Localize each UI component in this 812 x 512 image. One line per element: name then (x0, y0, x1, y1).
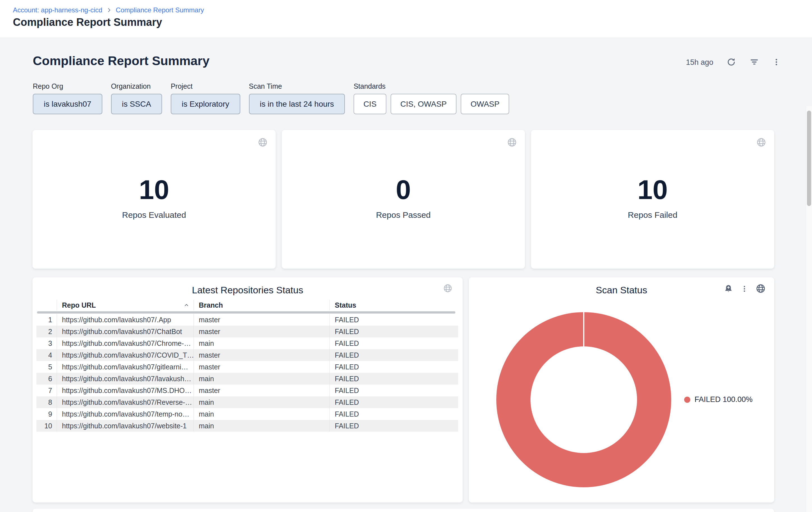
dashboard-kebab-menu-button[interactable] (772, 58, 781, 67)
status-cell: FAILED (329, 314, 458, 326)
repo-url-cell[interactable]: https://github.com/lavakush07/ChatBot (57, 326, 194, 338)
branch-cell: main (194, 420, 329, 432)
repo-url-cell[interactable]: https://github.com/lavakush07/website-1 (57, 420, 194, 432)
breadcrumb-account-link[interactable]: Account: app-harness-ng-cicd (13, 6, 102, 14)
status-cell: FAILED (329, 373, 458, 384)
row-number: 1 (36, 314, 57, 326)
repo-url-cell[interactable]: https://github.com/lavakush07/MS.DHO… (57, 384, 194, 396)
row-number: 2 (36, 326, 57, 338)
repo-url-cell[interactable]: https://github.com/lavakush07/lavakush… (57, 373, 194, 384)
repo-url-cell[interactable]: https://github.com/lavakush07/.App (57, 314, 194, 326)
filter-chip-scan-time[interactable]: is in the last 24 hours (249, 94, 345, 114)
latest-repositories-panel: Latest Repositories Status Repo URL Bran… (32, 277, 463, 503)
repo-url-cell[interactable]: https://github.com/lavakush07/gitlearni… (57, 361, 194, 373)
status-cell: FAILED (329, 408, 458, 420)
filter-chip-organization[interactable]: is SSCA (111, 94, 162, 114)
tile-value: 0 (396, 176, 411, 204)
branch-cell: master (194, 384, 329, 396)
filter-group-standards: Standards CIS CIS, OWASP OWASP (354, 83, 509, 114)
tile-value: 10 (139, 176, 169, 204)
table-body: 1 https://github.com/lavakush07/.App mas… (36, 314, 458, 432)
dashboard-meta: 15h ago (686, 56, 781, 69)
tile-label: Repos Failed (628, 210, 677, 220)
column-header-repo-url[interactable]: Repo URL (57, 300, 194, 311)
globe-icon[interactable] (507, 137, 517, 149)
filter-chip-repo-org[interactable]: is lavakush07 (33, 94, 102, 114)
globe-icon[interactable] (258, 137, 268, 149)
status-cell: FAILED (329, 384, 458, 396)
filter-bar: Repo Org is lavakush07 Organization is S… (33, 83, 509, 114)
table-row: 9 https://github.com/lavakush07/temp-no…… (36, 408, 458, 420)
page-title: Compliance Report Summary (13, 16, 162, 28)
status-cell: FAILED (329, 338, 458, 349)
tile-repos-evaluated: 10 Repos Evaluated (32, 130, 276, 269)
column-header-status[interactable]: Status (329, 300, 458, 311)
sort-asc-icon (183, 302, 190, 308)
table-horizontal-scrollbar[interactable] (36, 311, 458, 314)
scan-panel-actions (724, 284, 766, 295)
horizontal-scrollbar-thumb[interactable] (37, 311, 455, 314)
filter-chip-project[interactable]: is Exploratory (171, 94, 240, 114)
standards-option-cis-owasp[interactable]: CIS, OWASP (390, 94, 457, 114)
row-number: 3 (36, 338, 57, 349)
standards-option-owasp[interactable]: OWASP (461, 94, 509, 114)
standards-option-cis[interactable]: CIS (354, 94, 386, 114)
filter-label: Standards (354, 83, 509, 90)
vertical-scrollbar-thumb[interactable] (807, 111, 811, 206)
filter-group-project: Project is Exploratory (171, 83, 240, 114)
table-row: 8 https://github.com/lavakush07/Reverse-… (36, 396, 458, 408)
table-row: 6 https://github.com/lavakush07/lavakush… (36, 373, 458, 384)
repo-table: Repo URL Branch Status 1 https://github.… (36, 300, 458, 432)
repo-url-cell[interactable]: https://github.com/lavakush07/COVID_T… (57, 349, 194, 361)
legend-item-failed[interactable]: FAILED 100.00% (684, 395, 753, 404)
row-number: 9 (36, 408, 57, 420)
row-number: 4 (36, 349, 57, 361)
branch-cell: main (194, 408, 329, 420)
row-number: 8 (36, 396, 57, 408)
filter-label: Organization (111, 83, 162, 90)
vertical-scrollbar[interactable] (806, 106, 812, 512)
dashboard-title: Compliance Report Summary (33, 54, 209, 68)
globe-icon[interactable] (756, 137, 766, 149)
app-root: Account: app-harness-ng-cicd Compliance … (0, 0, 812, 512)
repo-url-cell[interactable]: https://github.com/lavakush07/Reverse-… (57, 396, 194, 408)
dashboard-content: Compliance Report Summary 15h ago (0, 38, 812, 512)
table-row: 10 https://github.com/lavakush07/website… (36, 420, 458, 432)
filter-icon (749, 57, 759, 68)
table-row: 4 https://github.com/lavakush07/COVID_T…… (36, 349, 458, 361)
status-cell: FAILED (329, 396, 458, 408)
donut-chart-failed-slice[interactable] (496, 312, 671, 487)
repo-url-cell[interactable]: https://github.com/lavakush07/Chrome-… (57, 338, 194, 349)
branch-cell: master (194, 349, 329, 361)
row-number: 7 (36, 384, 57, 396)
tile-label: Repos Evaluated (122, 210, 186, 220)
kpi-tiles: 10 Repos Evaluated 0 Repos Passed 10 Rep… (32, 130, 774, 269)
tile-repos-passed: 0 Repos Passed (282, 130, 525, 269)
column-header-branch[interactable]: Branch (194, 300, 329, 311)
refresh-icon (726, 57, 736, 68)
table-panel-title: Latest Repositories Status (32, 285, 463, 296)
repo-url-cell[interactable]: https://github.com/lavakush07/temp-no… (57, 408, 194, 420)
tile-repos-failed: 10 Repos Failed (531, 130, 774, 269)
breadcrumb-chevron-icon (106, 7, 112, 13)
table-row: 5 https://github.com/lavakush07/gitlearn… (36, 361, 458, 373)
kebab-menu-icon (772, 58, 781, 67)
refresh-button[interactable] (726, 57, 736, 68)
table-header-row: Repo URL Branch Status (36, 300, 458, 311)
table-row: 7 https://github.com/lavakush07/MS.DHO… … (36, 384, 458, 396)
table-row: 2 https://github.com/lavakush07/ChatBot … (36, 326, 458, 338)
page-header: Account: app-harness-ng-cicd Compliance … (0, 0, 812, 38)
filter-label: Repo Org (33, 83, 102, 90)
filter-label: Project (171, 83, 240, 90)
scan-kebab-menu-button[interactable] (741, 285, 748, 294)
globe-icon[interactable] (756, 284, 766, 295)
breadcrumb: Account: app-harness-ng-cicd Compliance … (13, 6, 204, 14)
filter-group-organization: Organization is SSCA (111, 83, 162, 114)
filter-button[interactable] (749, 57, 759, 68)
branch-cell: main (194, 373, 329, 384)
breadcrumb-page-link[interactable]: Compliance Report Summary (116, 6, 204, 14)
legend-color-dot (684, 397, 690, 403)
globe-icon[interactable] (443, 284, 453, 294)
alert-bell-plus-button[interactable] (724, 284, 733, 294)
kebab-menu-icon (741, 285, 748, 294)
